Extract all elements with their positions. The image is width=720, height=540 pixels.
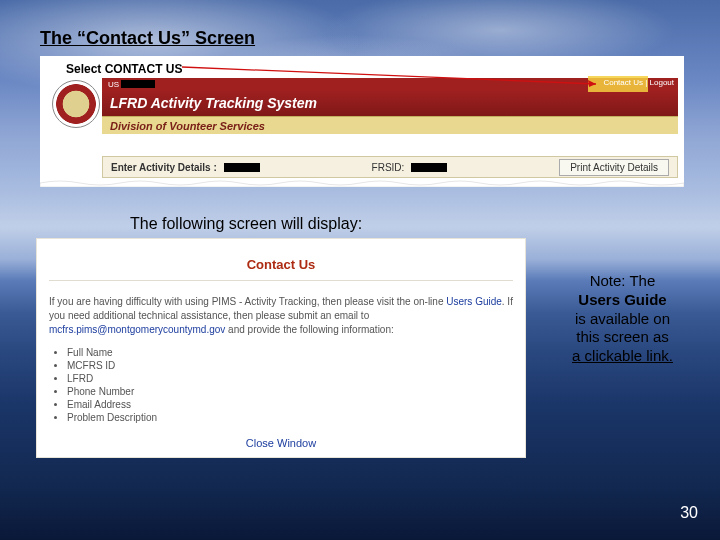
list-item: Email Address [67, 399, 513, 410]
list-item: LFRD [67, 373, 513, 384]
select-contact-label: Select CONTACT US [66, 62, 182, 76]
app-title-bar: LFRD Activity Tracking System [102, 90, 678, 116]
logout-link[interactable]: Logout [650, 78, 674, 87]
app-header: US Contact Us | Logout LFRD Activity Tra… [102, 78, 678, 148]
page-number: 30 [680, 504, 698, 522]
close-window-link[interactable]: Close Window [37, 437, 525, 449]
agency-seal-icon [52, 80, 100, 128]
list-item: Phone Number [67, 386, 513, 397]
user-indicator: US [108, 80, 155, 89]
activity-details-bar: Enter Activity Details : FRSID: Print Ac… [102, 156, 678, 178]
list-item: MCFRS ID [67, 360, 513, 371]
contact-us-link[interactable]: Contact Us [603, 78, 643, 87]
frsid-group: FRSID: [372, 162, 448, 173]
header-links: Contact Us | Logout [603, 78, 674, 87]
list-item: Problem Description [67, 412, 513, 423]
redaction [121, 80, 155, 88]
list-item: Full Name [67, 347, 513, 358]
users-guide-link[interactable]: Users Guide [446, 296, 502, 307]
division-bar: Division of Vounteer Services [102, 116, 678, 134]
screenshot-header-area: Select CONTACT US US Contact Us | Logout… [40, 56, 684, 184]
slide-title: The “Contact Us” Screen [40, 28, 255, 49]
following-text: The following screen will display: [130, 215, 362, 233]
enter-details-group: Enter Activity Details : [111, 162, 260, 173]
top-utility-bar: US Contact Us | Logout [102, 78, 678, 90]
redaction [411, 163, 447, 172]
redaction [224, 163, 260, 172]
help-paragraph: If you are having difficulty with using … [49, 295, 513, 337]
info-bullet-list: Full Name MCFRS ID LFRD Phone Number Ema… [67, 347, 513, 423]
note-callout: Note: The Users Guide is available on th… [555, 272, 690, 366]
support-email-link[interactable]: mcfrs.pims@montgomerycountymd.gov [49, 324, 225, 335]
torn-edge-icon [40, 179, 684, 187]
contact-heading: Contact Us [49, 257, 513, 272]
print-activity-button[interactable]: Print Activity Details [559, 159, 669, 176]
screenshot-contact-panel: Contact Us If you are having difficulty … [36, 238, 526, 458]
divider [49, 280, 513, 281]
